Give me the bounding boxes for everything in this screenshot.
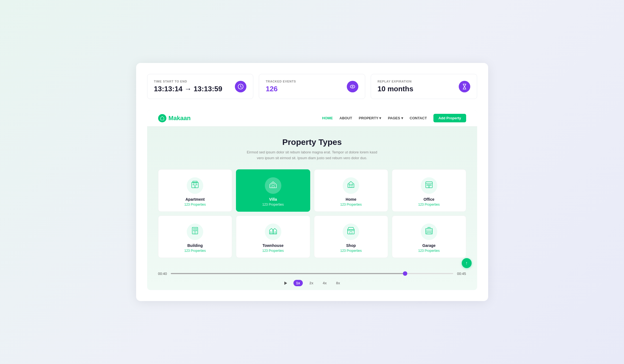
time-end: 00:45 [457, 272, 466, 276]
svg-rect-14 [427, 184, 428, 186]
player-controls: 1x 2x 4x 8x [281, 279, 343, 287]
apartment-count: 123 Properties [184, 203, 206, 206]
page-content: Property Types Eirmod sed ipsum dolor si… [147, 126, 477, 266]
time-start: 00:40 [158, 272, 167, 276]
property-card-townhouse[interactable]: Townhouse 123 Properties [236, 216, 310, 258]
svg-rect-20 [195, 228, 196, 229]
section-title: Property Types [158, 137, 466, 147]
garage-title: Garage [422, 243, 436, 248]
section-subtitle: Eirmod sed ipsum dolor sit rebum labore … [243, 150, 381, 161]
svg-rect-9 [272, 186, 274, 188]
nav-link-contact[interactable]: CONTACT [410, 116, 427, 120]
office-icon-wrap [421, 177, 437, 194]
nav-link-pages[interactable]: PAGES ▾ [388, 116, 403, 120]
office-count: 123 Properties [418, 203, 440, 206]
office-icon [425, 180, 433, 191]
svg-rect-22 [193, 230, 194, 231]
home-icon-wrap [343, 177, 359, 194]
svg-rect-21 [196, 228, 197, 229]
hourglass-icon [459, 81, 470, 92]
svg-rect-31 [427, 232, 431, 234]
svg-rect-29 [350, 231, 352, 234]
player-bar: 00:40 00:45 1x 2x 4x 8x [147, 266, 477, 290]
stat-events-value: 126 [266, 85, 296, 93]
stat-replay-label: REPLAY EXPIRATION [378, 80, 413, 83]
stats-row: TIME START TO END 13:13:14 → 13:13:59 TR… [147, 74, 477, 99]
stat-events-label: TRACKED EVENTS [266, 80, 296, 83]
apartment-title: Apartment [185, 197, 205, 202]
add-property-button[interactable]: Add Property [433, 114, 466, 122]
property-card-shop[interactable]: Shop 123 Properties [314, 216, 388, 258]
shop-icon [347, 226, 355, 237]
eye-icon [347, 81, 358, 92]
svg-rect-8 [194, 186, 196, 188]
property-card-apartment[interactable]: Apartment 123 Properties [158, 169, 232, 212]
stat-card-time: TIME START TO END 13:13:14 → 13:13:59 [147, 74, 254, 99]
property-card-home[interactable]: Home 123 Properties [314, 169, 388, 212]
svg-rect-28 [348, 230, 354, 234]
timeline-track[interactable] [171, 273, 453, 274]
home-icon [347, 180, 355, 191]
stat-time-label: TIME START TO END [154, 80, 222, 83]
svg-rect-12 [352, 184, 353, 185]
stat-replay-value: 10 months [378, 85, 413, 93]
svg-rect-26 [270, 232, 271, 234]
property-grid-row1: Apartment 123 Properties Villa [158, 169, 466, 212]
nav-link-about[interactable]: ABOUT [339, 116, 352, 120]
villa-icon [269, 180, 277, 191]
shop-count: 123 Properties [340, 249, 362, 253]
nav-link-home[interactable]: HOME [322, 116, 333, 120]
speed-4x-button[interactable]: 4x [320, 280, 329, 286]
svg-rect-25 [194, 232, 196, 234]
home-title: Home [346, 197, 356, 202]
svg-rect-15 [428, 184, 430, 186]
play-button[interactable] [281, 279, 290, 287]
timeline-thumb[interactable] [403, 271, 407, 276]
brand-name: Makaan [169, 115, 191, 122]
svg-rect-5 [193, 181, 197, 183]
building-title: Building [187, 243, 203, 248]
svg-rect-11 [349, 184, 350, 185]
svg-rect-7 [196, 184, 197, 185]
nav-links: HOME ABOUT PROPERTY ▾ PAGES ▾ CONTACT Ad… [322, 114, 466, 122]
stat-time-value: 13:13:14 → 13:13:59 [154, 85, 222, 93]
brand-icon [158, 114, 166, 122]
garage-icon [425, 226, 433, 237]
townhouse-icon [269, 226, 277, 237]
player-timeline: 00:40 00:45 [158, 272, 466, 276]
svg-rect-10 [350, 185, 352, 187]
svg-rect-19 [193, 228, 194, 229]
building-icon-wrap [187, 224, 203, 240]
townhouse-count: 123 Properties [262, 249, 284, 253]
speed-2x-button[interactable]: 2x [307, 280, 316, 286]
timeline-fill [171, 273, 405, 274]
svg-rect-24 [196, 230, 197, 231]
nav: Makaan HOME ABOUT PROPERTY ▾ PAGES ▾ CON… [147, 110, 477, 126]
svg-rect-4 [192, 182, 198, 188]
svg-rect-6 [193, 184, 194, 185]
svg-marker-32 [284, 282, 287, 285]
townhouse-title: Townhouse [262, 243, 284, 248]
svg-rect-23 [195, 230, 196, 231]
property-card-office[interactable]: Office 123 Properties [392, 169, 466, 212]
townhouse-icon-wrap [265, 224, 281, 240]
property-card-building[interactable]: Building 123 Properties [158, 216, 232, 258]
apartment-icon-wrap [187, 177, 203, 194]
shop-title: Shop [346, 243, 356, 248]
property-card-garage[interactable]: Garage 123 Properties [392, 216, 466, 258]
garage-icon-wrap [421, 224, 437, 240]
stat-card-events: TRACKED EVENTS 126 [259, 74, 365, 99]
outer-container: TIME START TO END 13:13:14 → 13:13:59 TR… [136, 63, 488, 301]
svg-rect-16 [430, 184, 431, 186]
villa-count: 123 Properties [262, 203, 284, 206]
villa-title: Villa [269, 197, 277, 202]
scroll-top-button[interactable]: ↑ [462, 258, 472, 268]
clock-icon [235, 81, 246, 92]
nav-link-property[interactable]: PROPERTY ▾ [359, 116, 381, 120]
speed-1x-button[interactable]: 1x [293, 280, 303, 286]
apartment-icon [191, 180, 199, 191]
shop-icon-wrap [343, 224, 359, 240]
svg-point-3 [352, 86, 353, 87]
speed-8x-button[interactable]: 8x [333, 280, 343, 286]
property-card-villa[interactable]: Villa 123 Properties [236, 169, 310, 212]
